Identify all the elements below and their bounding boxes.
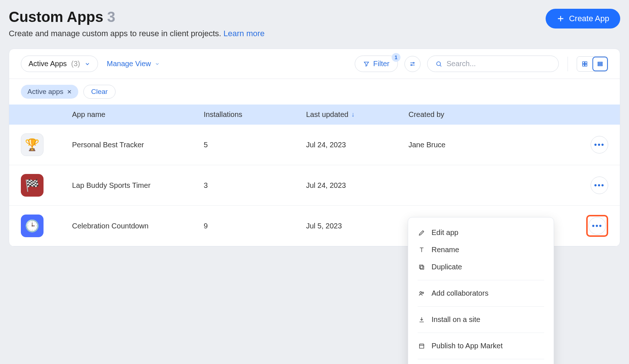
- menu-label: Add collaborators: [432, 289, 489, 297]
- svg-rect-1: [583, 62, 584, 64]
- apps-card: Active Apps (3) Manage View Filter 1: [9, 49, 620, 247]
- search-box[interactable]: [427, 56, 559, 72]
- settings-button[interactable]: [404, 56, 421, 72]
- search-icon: [436, 61, 442, 67]
- menu-label: Rename: [432, 246, 459, 254]
- sliders-icon: [409, 61, 416, 67]
- highlighted-action: •••: [586, 215, 608, 237]
- page-header: Custom Apps 3 Create and manage custom a…: [9, 9, 620, 38]
- filter-count-badge: 1: [392, 53, 400, 62]
- text-icon: [418, 246, 426, 254]
- col-last-updated[interactable]: Last updated ↓: [306, 110, 408, 119]
- menu-label: Edit app: [432, 228, 458, 237]
- view-selector[interactable]: Active Apps (3): [21, 56, 98, 72]
- svg-point-11: [422, 292, 423, 293]
- menu-edit-app[interactable]: Edit app: [408, 224, 554, 241]
- title-block: Custom Apps 3 Create and manage custom a…: [9, 9, 265, 38]
- installations-cell: 9: [204, 222, 306, 230]
- subtitle-text: Create and manage custom apps to reuse i…: [9, 29, 223, 38]
- row-actions-button[interactable]: •••: [591, 136, 608, 153]
- clear-filters-button[interactable]: Clear: [83, 85, 115, 99]
- row-actions-button[interactable]: •••: [591, 177, 608, 194]
- menu-duplicate[interactable]: Duplicate: [408, 258, 554, 276]
- remove-chip-icon[interactable]: ✕: [67, 88, 72, 95]
- app-name-cell: Lap Buddy Sports Timer: [72, 181, 204, 190]
- manage-view-label: Manage View: [107, 60, 151, 68]
- col-app-name[interactable]: App name: [72, 110, 204, 119]
- menu-publish-app-market[interactable]: Publish to App Market: [408, 337, 554, 354]
- list-icon: [597, 61, 603, 67]
- svg-rect-7: [598, 65, 602, 66]
- grid-icon: [581, 61, 588, 67]
- app-icon: [21, 174, 44, 197]
- svg-point-10: [420, 292, 422, 293]
- svg-point-0: [437, 62, 441, 66]
- svg-rect-3: [583, 64, 584, 66]
- installations-cell: 3: [204, 181, 306, 190]
- svg-rect-6: [598, 63, 602, 64]
- duplicate-icon: [418, 263, 426, 271]
- col-created-by[interactable]: Created by: [408, 110, 564, 119]
- app-name-cell: Celebration Countdown: [72, 222, 204, 230]
- active-apps-chip[interactable]: Active apps ✕: [21, 85, 78, 99]
- pencil-icon: [418, 229, 426, 237]
- app-icon: [21, 133, 44, 156]
- create-app-button[interactable]: Create App: [546, 9, 620, 29]
- view-name: Active Apps: [29, 60, 67, 68]
- filter-label: Filter: [373, 60, 389, 68]
- installations-cell: 5: [204, 141, 306, 149]
- svg-rect-8: [421, 266, 424, 269]
- view-toggle: [577, 56, 608, 72]
- download-icon: [418, 316, 426, 324]
- menu-label: Install on a site: [432, 315, 480, 324]
- filter-icon: [363, 61, 370, 67]
- learn-more-link[interactable]: Learn more: [223, 29, 265, 38]
- menu-label: Publish to App Market: [432, 342, 503, 350]
- plus-icon: [557, 15, 565, 23]
- search-input[interactable]: [447, 60, 550, 68]
- app-icon: [21, 215, 44, 237]
- chip-label: Active apps: [27, 88, 63, 96]
- view-count: (3): [71, 60, 80, 68]
- title-row: Custom Apps 3: [9, 9, 265, 25]
- table-header: App name Installations Last updated ↓ Cr…: [9, 105, 620, 125]
- users-icon: [418, 289, 426, 297]
- menu-install-on-site[interactable]: Install on a site: [408, 311, 554, 328]
- chevron-down-icon: [155, 61, 160, 67]
- svg-rect-4: [585, 64, 587, 66]
- menu-add-collaborators[interactable]: Add collaborators: [408, 285, 554, 302]
- svg-rect-9: [419, 265, 423, 268]
- table-row: Personal Best Tracker 5 Jul 24, 2023 Jan…: [9, 125, 620, 165]
- store-icon: [418, 342, 426, 350]
- creator-cell: Jane Bruce: [408, 141, 564, 149]
- row-actions-button[interactable]: •••: [588, 217, 606, 235]
- create-app-label: Create App: [569, 14, 609, 23]
- list-view-button[interactable]: [592, 57, 608, 71]
- chevron-down-icon: [84, 61, 90, 67]
- col-last-updated-label: Last updated: [306, 110, 349, 119]
- updated-cell: Jul 5, 2023: [306, 222, 408, 230]
- page-title: Custom Apps: [9, 9, 103, 25]
- updated-cell: Jul 24, 2023: [306, 141, 408, 149]
- row-actions-menu: Edit app Rename Duplicate Add collaborat…: [408, 217, 554, 364]
- svg-rect-5: [598, 62, 602, 62]
- app-count: 3: [107, 9, 115, 25]
- updated-cell: Jul 24, 2023: [306, 181, 408, 190]
- subtitle: Create and manage custom apps to reuse i…: [9, 29, 265, 38]
- menu-rename[interactable]: Rename: [408, 241, 554, 258]
- manage-view-button[interactable]: Manage View: [105, 57, 162, 71]
- menu-label: Duplicate: [432, 263, 462, 271]
- grid-view-button[interactable]: [577, 57, 592, 71]
- divider: [568, 57, 568, 71]
- table-row: Lap Buddy Sports Timer 3 Jul 24, 2023 ••…: [9, 165, 620, 206]
- filter-button[interactable]: Filter 1: [355, 56, 398, 72]
- svg-rect-2: [585, 62, 587, 64]
- col-installations[interactable]: Installations: [204, 110, 306, 119]
- app-name-cell: Personal Best Tracker: [72, 141, 204, 149]
- filter-chip-row: Active apps ✕ Clear: [9, 79, 620, 105]
- sort-arrow-down-icon: ↓: [351, 111, 355, 118]
- toolbar: Active Apps (3) Manage View Filter 1: [9, 49, 620, 79]
